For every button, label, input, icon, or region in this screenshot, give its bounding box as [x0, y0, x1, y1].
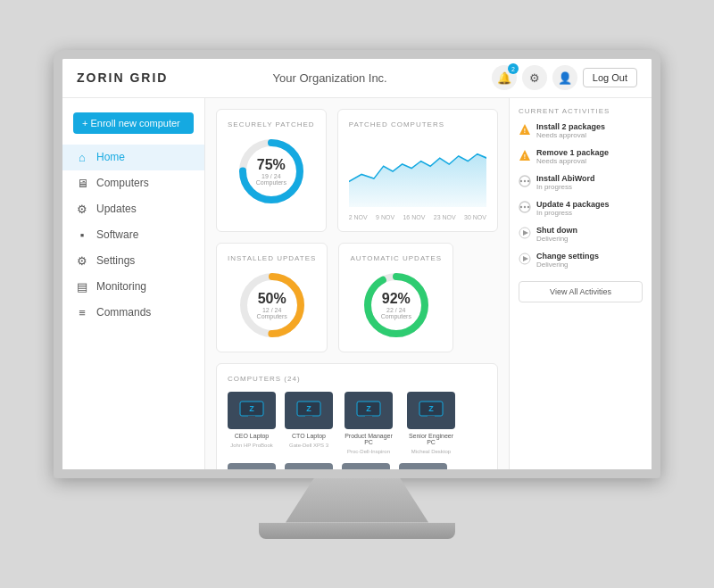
app: ZORIN GRID Your Organization Inc. 🔔 2 ⚙ … [62, 59, 652, 469]
notification-button[interactable]: 🔔 2 [492, 65, 517, 90]
activity-item-1: ! Install 2 packages Needs approval [519, 122, 643, 139]
chart-label-3: 16 NOV [403, 214, 425, 220]
sidebar: + Enroll new computer ⌂ Home 🖥 Computers… [62, 98, 205, 469]
computer-model: Micheal Desktop [411, 449, 451, 454]
sidebar-item-label: Computers [96, 177, 149, 189]
org-title: Your Organization Inc. [273, 71, 387, 85]
patched-label: 19 / 24Computers [256, 173, 286, 186]
installed-updates-card: INSTALLED UPDATES 50% 12 / 24Computers [216, 243, 328, 352]
activity-name-2: Remove 1 package [536, 148, 643, 157]
computer-item[interactable]: Z Senior Engineer PC Micheal Desktop [404, 392, 458, 454]
computer-icon: Z [228, 463, 276, 469]
computer-item[interactable]: Z [399, 463, 447, 469]
progress-icon-2 [519, 201, 531, 213]
svg-rect-16 [365, 416, 372, 418]
computer-name: Senior Engineer PC [404, 433, 458, 445]
settings-button[interactable]: ⚙ [522, 65, 547, 90]
activity-item-2: ! Remove 1 package Needs approval [519, 148, 643, 165]
patched-circle: 75% 19 / 24Computers [236, 136, 307, 207]
updates-icon: ⚙ [75, 203, 89, 216]
deliver-icon-2 [519, 253, 531, 265]
layout: + Enroll new computer ⌂ Home 🖥 Computers… [62, 98, 652, 469]
sidebar-item-home[interactable]: ⌂ Home [62, 145, 204, 170]
svg-rect-12 [305, 416, 312, 418]
user-button[interactable]: 👤 [552, 65, 577, 90]
activity-status-6: Delivering [536, 261, 643, 269]
sidebar-item-label: Commands [96, 306, 151, 319]
automatic-updates-card: AUTOMATIC UPDATES 92% 22 / 24Computers [338, 243, 453, 352]
activity-item-5: Shut down Delivering [519, 226, 643, 243]
computer-model: Proc-Dell-Inspiron [347, 449, 390, 454]
activities-title: CURRENT ACTIVITIES [519, 107, 643, 115]
sidebar-item-monitoring[interactable]: ▤ Monitoring [62, 274, 204, 300]
computer-name: CEO Laptop [235, 433, 270, 439]
activity-text-6: Change settings Delivering [536, 252, 643, 269]
right-panel: CURRENT ACTIVITIES ! Install 2 packages … [509, 98, 652, 469]
computer-name: CTO Laptop [292, 433, 326, 439]
activity-text-2: Remove 1 package Needs approval [536, 148, 643, 165]
computer-item[interactable]: Z CTO Laptop Gate-Dell XPS 3 [285, 392, 333, 454]
computer-item[interactable]: Z [285, 463, 333, 469]
sidebar-item-software[interactable]: ▪ Software [62, 222, 204, 248]
computer-model: John HP ProBook [230, 443, 273, 448]
activity-text-1: Install 2 packages Needs approval [536, 122, 643, 139]
warning-icon-1: ! [519, 123, 531, 136]
svg-text:Z: Z [306, 404, 311, 413]
sidebar-item-computers[interactable]: 🖥 Computers [62, 170, 204, 196]
monitor-stand [286, 478, 428, 523]
activity-name-6: Change settings [536, 252, 643, 261]
svg-rect-8 [248, 416, 255, 418]
securely-patched-card: SECURELY PATCHED 75% 19 / 24Computers [216, 109, 327, 232]
monitor-screen: ZORIN GRID Your Organization Inc. 🔔 2 ⚙ … [54, 50, 660, 478]
activity-name-4: Update 4 packages [536, 200, 643, 209]
chart-label-5: 30 NOV [464, 214, 486, 220]
sidebar-item-updates[interactable]: ⚙ Updates [62, 196, 204, 222]
activity-item-4: Update 4 packages In progress [519, 200, 643, 217]
computer-icon: Z [285, 392, 333, 429]
row-patched: SECURELY PATCHED 75% 19 / 24Computers [216, 109, 498, 232]
activity-text-5: Shut down Delivering [536, 226, 643, 243]
computers-section: COMPUTERS (24) Z CEO Laptop John HP ProB… [216, 363, 498, 469]
svg-rect-9 [245, 418, 258, 419]
view-all-button[interactable]: View All Activities [519, 281, 643, 302]
deliver-icon-1 [519, 227, 531, 239]
auto-percent: 92% [381, 291, 411, 307]
installed-center: 50% 12 / 24Computers [257, 291, 287, 319]
computer-icon: Z [345, 392, 393, 429]
patched-chart-title: PATCHED COMPUTERS [349, 120, 486, 128]
sidebar-item-settings[interactable]: ⚙ Settings [62, 248, 204, 274]
computer-item[interactable]: Z CEO Laptop John HP ProBook [228, 392, 276, 454]
securely-patched-title: SECURELY PATCHED [228, 120, 315, 128]
computer-icon: Z [342, 463, 390, 469]
svg-rect-21 [425, 418, 437, 419]
settings-icon: ⚙ [75, 254, 89, 268]
sidebar-item-label: Home [96, 151, 125, 163]
svg-point-47 [520, 205, 522, 207]
progress-icon-1 [519, 175, 531, 187]
main-content: SECURELY PATCHED 75% 19 / 24Computers [205, 98, 509, 469]
computer-item[interactable]: Z [342, 463, 390, 469]
activity-status-4: In progress [536, 209, 643, 217]
activity-text-4: Update 4 packages In progress [536, 200, 643, 217]
computer-icon: Z [399, 463, 447, 469]
sidebar-item-commands[interactable]: ≡ Commands [62, 300, 204, 326]
notification-badge: 2 [508, 63, 519, 74]
computer-item[interactable]: Z Product Manager PC Proc-Dell-Inspiron [342, 392, 395, 454]
svg-text:Z: Z [428, 404, 434, 413]
svg-rect-17 [362, 418, 375, 419]
software-icon: ▪ [75, 228, 89, 242]
warning-icon-2: ! [519, 149, 531, 161]
sidebar-item-label: Updates [96, 203, 137, 215]
svg-point-43 [520, 179, 522, 181]
svg-rect-20 [428, 416, 435, 418]
monitor-icon: 🖥 [75, 177, 89, 190]
svg-point-45 [527, 179, 529, 181]
enroll-button[interactable]: + Enroll new computer [73, 112, 194, 134]
computer-item[interactable]: Z [228, 463, 276, 469]
row-updates: INSTALLED UPDATES 50% 12 / 24Computers [216, 243, 498, 352]
monitor-wrapper: ZORIN GRID Your Organization Inc. 🔔 2 ⚙ … [54, 50, 660, 539]
header: ZORIN GRID Your Organization Inc. 🔔 2 ⚙ … [62, 59, 652, 98]
svg-point-49 [527, 205, 529, 207]
logout-button[interactable]: Log Out [583, 68, 637, 87]
activity-status-2: Needs approval [536, 157, 643, 165]
